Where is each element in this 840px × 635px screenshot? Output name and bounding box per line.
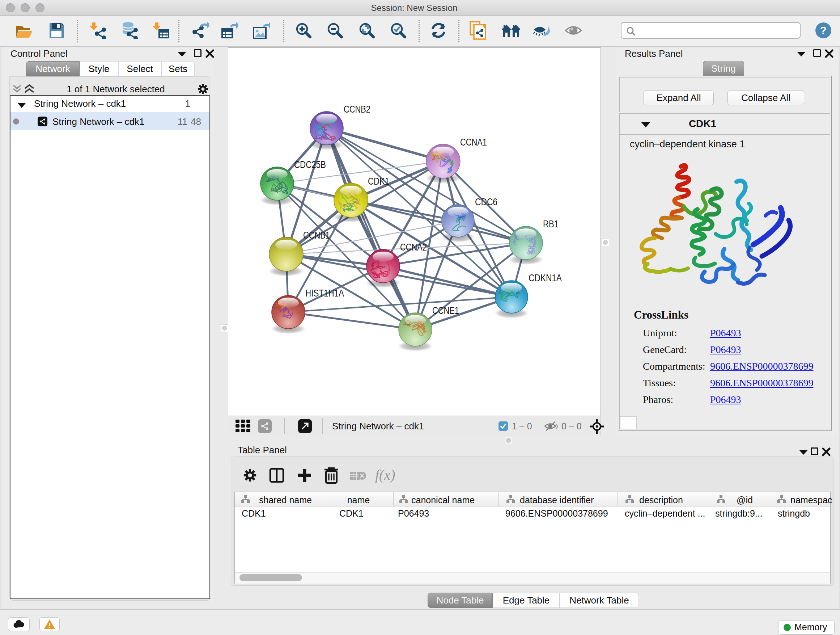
svg-text:CDKN1A: CDKN1A — [529, 272, 562, 283]
svg-text:RB1: RB1 — [543, 219, 559, 230]
svg-text:HIST1H1A: HIST1H1A — [305, 288, 344, 299]
svg-text:CCNB1: CCNB1 — [303, 230, 330, 241]
svg-text:CCNA1: CCNA1 — [460, 137, 487, 148]
svg-text:?: ? — [820, 24, 827, 36]
svg-text:CDK1: CDK1 — [368, 176, 389, 187]
svg-text:CDC6: CDC6 — [475, 196, 497, 207]
svg-text:CCNA2: CCNA2 — [400, 242, 427, 253]
svg-text:CCNB2: CCNB2 — [344, 104, 370, 115]
svg-text:CCNE1: CCNE1 — [432, 305, 459, 316]
svg-text:CDC25B: CDC25B — [294, 159, 326, 170]
